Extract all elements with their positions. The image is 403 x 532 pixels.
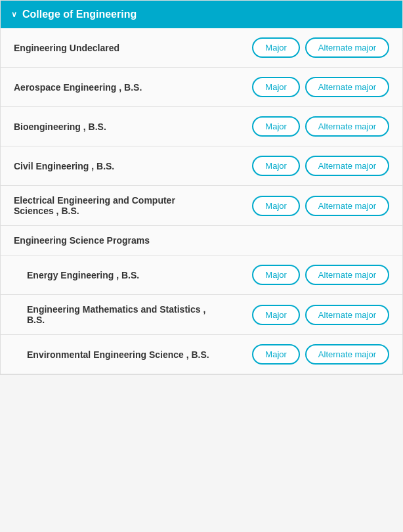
program-name: Bioengineering , B.S. (14, 122, 211, 132)
program-buttons: Major Alternate major (252, 265, 389, 285)
chevron-down-icon: ∨ (11, 10, 17, 19)
subgroup-label: Engineering Science Programs (1, 226, 402, 255)
program-buttons: Major Alternate major (252, 37, 389, 58)
program-buttons: Major Alternate major (252, 344, 389, 365)
program-row: Engineering Mathematics and Statistics ,… (1, 295, 402, 335)
program-name: Electrical Engineering and Computer Scie… (14, 195, 211, 216)
major-button[interactable]: Major (252, 344, 300, 365)
program-buttons: Major Alternate major (252, 77, 389, 97)
major-button[interactable]: Major (252, 77, 300, 97)
major-button[interactable]: Major (252, 156, 300, 176)
alternate-major-button[interactable]: Alternate major (305, 156, 389, 176)
programs-list: Engineering Undeclared Major Alternate m… (1, 28, 402, 374)
alternate-major-button[interactable]: Alternate major (305, 37, 389, 58)
subgroup-name: Engineering Science Programs (14, 235, 211, 246)
alternate-major-button[interactable]: Alternate major (305, 116, 389, 137)
program-name: Environmental Engineering Science , B.S. (27, 349, 211, 360)
alternate-major-button[interactable]: Alternate major (305, 265, 389, 285)
college-title: College of Engineering (22, 9, 137, 20)
alternate-major-button[interactable]: Alternate major (305, 305, 389, 325)
major-button[interactable]: Major (252, 116, 300, 137)
program-name: Civil Engineering , B.S. (14, 161, 211, 171)
program-row: Aerospace Engineering , B.S. Major Alter… (1, 68, 402, 107)
program-name: Engineering Mathematics and Statistics ,… (27, 304, 211, 325)
program-name: Engineering Undeclared (14, 43, 211, 53)
program-row: Energy Engineering , B.S. Major Alternat… (1, 255, 402, 295)
major-button[interactable]: Major (252, 196, 300, 216)
program-row: Civil Engineering , B.S. Major Alternate… (1, 146, 402, 186)
program-row: Environmental Engineering Science , B.S.… (1, 335, 402, 374)
college-header[interactable]: ∨ College of Engineering (1, 1, 402, 28)
program-buttons: Major Alternate major (252, 116, 389, 137)
alternate-major-button[interactable]: Alternate major (305, 77, 389, 97)
program-name: Aerospace Engineering , B.S. (14, 82, 211, 93)
program-row: Electrical Engineering and Computer Scie… (1, 186, 402, 226)
program-buttons: Major Alternate major (252, 305, 389, 325)
major-button[interactable]: Major (252, 37, 300, 58)
program-name: Energy Engineering , B.S. (27, 270, 211, 280)
program-buttons: Major Alternate major (252, 196, 389, 216)
major-button[interactable]: Major (252, 265, 300, 285)
major-button[interactable]: Major (252, 305, 300, 325)
program-row: Bioengineering , B.S. Major Alternate ma… (1, 107, 402, 146)
program-buttons: Major Alternate major (252, 156, 389, 176)
alternate-major-button[interactable]: Alternate major (305, 344, 389, 365)
program-row: Engineering Undeclared Major Alternate m… (1, 28, 402, 68)
college-section: ∨ College of Engineering Engineering Und… (0, 0, 403, 375)
alternate-major-button[interactable]: Alternate major (305, 196, 389, 216)
